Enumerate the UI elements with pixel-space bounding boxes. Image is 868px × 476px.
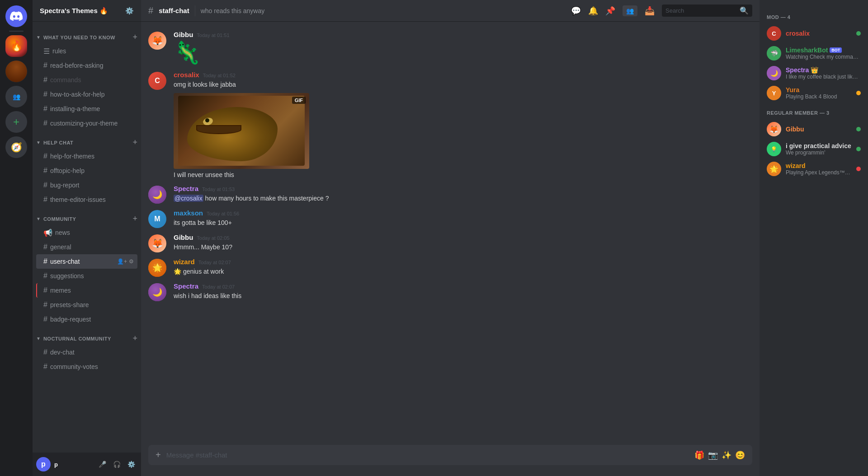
pin-icon[interactable]: 📌	[605, 6, 615, 16]
notifications-icon[interactable]: 🔔	[588, 6, 598, 16]
spectra-themes-server[interactable]: 🔥	[5, 35, 27, 57]
sticker-button[interactable]: ✨	[722, 450, 731, 460]
category-add-button[interactable]: +	[132, 33, 137, 42]
member-name: wizard	[786, 162, 852, 169]
threads-icon[interactable]: 💬	[571, 6, 581, 16]
gift-button[interactable]: 🎁	[694, 450, 704, 460]
message-username[interactable]: Spectra	[174, 185, 198, 192]
crown-icon: 👑	[811, 66, 818, 74]
channel-offtopic-help[interactable]: # offtopic-help	[36, 163, 137, 178]
channel-hash-icon: #	[43, 348, 47, 356]
category-label: NOCTURNAL COMMUNITY	[43, 336, 131, 341]
user-info: p	[54, 461, 92, 468]
channel-customizing-theme-label: customizing-your-theme	[50, 120, 118, 127]
channel-add-member-icon[interactable]: 👤+	[117, 258, 127, 265]
member-wizard[interactable]: 🌟 wizard Playing Apex Legends™ 🔴	[763, 159, 864, 179]
member-gibbu[interactable]: 🦊 Gibbu	[763, 119, 864, 139]
channel-read-before-asking[interactable]: # read-before-asking	[36, 58, 137, 73]
member-spectra[interactable]: 🌙 Spectra👑 I like my coffee black just l…	[763, 63, 864, 83]
bot-badge: BOT	[830, 47, 842, 53]
attachment-button[interactable]: +	[156, 450, 161, 460]
channel-theme-editor[interactable]: # theme-editor-issues	[36, 192, 137, 207]
member-crosalix[interactable]: C crosalix	[763, 23, 864, 43]
discord-home-button[interactable]	[5, 5, 27, 27]
channel-news-label: news	[55, 229, 70, 236]
channel-dev-chat[interactable]: # dev-chat	[36, 345, 137, 359]
server-icon-3[interactable]: 👥	[5, 86, 27, 107]
channel-presets-share[interactable]: # presets-share	[36, 298, 137, 312]
channel-rules-label: rules	[52, 47, 66, 55]
mod-category-label: MOD — 4	[763, 7, 864, 23]
category-add-button[interactable]: +	[132, 138, 137, 147]
message-username[interactable]: maxkson	[174, 209, 203, 217]
category-add-button[interactable]: +	[132, 214, 137, 224]
deafen-button[interactable]: 🎧	[110, 458, 123, 471]
message-username[interactable]: Spectra	[174, 282, 198, 290]
messages-area[interactable]: 🦊 Gibbu Today at 01:51 🦎 C crosalix Toda…	[141, 22, 760, 445]
channel-commands[interactable]: # commands	[36, 73, 137, 87]
message-input-area: + 🎁 📷 ✨ 😊	[141, 445, 760, 476]
channel-news[interactable]: 📢 news	[36, 225, 137, 240]
member-practical[interactable]: 💡 i give practical advice We programmin'	[763, 139, 864, 159]
category-help-chat[interactable]: ▼ HELP CHAT +	[33, 131, 141, 149]
message-timestamp: Today at 01:53	[202, 187, 235, 192]
settings-button[interactable]: ⚙️	[125, 458, 137, 471]
message-username[interactable]: Gibbu	[174, 233, 193, 241]
message-avatar: 🌙	[148, 283, 166, 301]
message-username[interactable]: crosalix	[174, 71, 199, 79]
category-nocturnal[interactable]: ▼ NOCTURNAL COMMUNITY +	[33, 327, 141, 345]
add-server-button[interactable]: +	[5, 111, 27, 133]
message-header: Spectra Today at 01:53	[174, 185, 752, 192]
message-username[interactable]: Gibbu	[174, 31, 193, 38]
channel-general[interactable]: # general	[36, 240, 137, 254]
inbox-icon[interactable]: 📥	[645, 6, 655, 16]
channel-community-votes-label: community-votes	[50, 363, 98, 370]
channel-bug-report[interactable]: # bug-report	[36, 178, 137, 192]
channel-how-to-ask[interactable]: # how-to-ask-for-help	[36, 87, 137, 102]
channel-theme-editor-label: theme-editor-issues	[50, 196, 106, 203]
channel-hash-icon: #	[43, 76, 47, 84]
emoji-button[interactable]: 😊	[735, 450, 745, 460]
message-avatar: 🌙	[148, 186, 166, 204]
message-input[interactable]	[166, 451, 689, 459]
channel-help-for-themes[interactable]: # help-for-themes	[36, 149, 137, 163]
mute-button[interactable]: 🎤	[96, 458, 108, 471]
member-info: wizard Playing Apex Legends™ 🔴	[786, 162, 852, 176]
header-settings-icon[interactable]: ⚙️	[125, 7, 134, 15]
message-content: wizard Today at 02:07 🌟 genius at work	[174, 258, 752, 277]
gif-button[interactable]: 📷	[708, 450, 718, 460]
mention-highlight[interactable]: @crosalix	[174, 195, 203, 202]
channel-hash-icon: #	[43, 301, 47, 309]
discover-servers-button[interactable]: 🧭	[5, 136, 27, 158]
category-community[interactable]: ▼ COMMUNITY +	[33, 207, 141, 225]
channel-badge-request[interactable]: # badge-request	[36, 312, 137, 327]
category-what-you-need-to-know[interactable]: ▼ WHAT YOU NEED TO KNOW +	[33, 25, 141, 44]
member-limebot[interactable]: 🦈 LimesharkBotBOT Watching Check my comm…	[763, 43, 864, 63]
channel-memes[interactable]: # memes	[36, 283, 137, 298]
message-header: maxkson Today at 01:56	[174, 209, 752, 217]
channel-installing-theme[interactable]: # installing-a-theme	[36, 102, 137, 116]
message-avatar: 🦊	[148, 234, 166, 252]
channel-suggestions[interactable]: # suggestions	[36, 269, 137, 283]
search-bar[interactable]: 🔍	[662, 5, 752, 17]
category-add-button[interactable]: +	[132, 334, 137, 343]
message-username[interactable]: wizard	[174, 258, 195, 266]
channel-customizing-theme[interactable]: # customizing-your-theme	[36, 116, 137, 131]
channel-community-votes[interactable]: # community-votes	[36, 359, 137, 374]
member-yura[interactable]: Y Yura Playing Back 4 Blood	[763, 83, 864, 103]
member-avatar: C	[767, 26, 781, 41]
server-name-header[interactable]: Spectra's Themes 🔥 ⚙️	[33, 0, 141, 22]
channel-hash-icon: #	[43, 196, 47, 204]
channel-rules[interactable]: ☰ rules	[36, 44, 137, 58]
channel-hash-icon: #	[43, 105, 47, 113]
members-icon[interactable]: 👥	[623, 5, 637, 16]
channel-users-chat[interactable]: # users-chat 👤+ ⚙	[36, 254, 137, 269]
channel-settings-icon[interactable]: ⚙	[129, 258, 134, 265]
server-icon-2[interactable]	[5, 61, 27, 82]
member-status: I like my coffee black just like my...	[786, 74, 861, 80]
gif-caption: I will never unsee this	[174, 171, 752, 180]
search-input[interactable]	[665, 7, 736, 14]
channel-announce-icon: 📢	[43, 229, 52, 237]
member-name: crosalix	[786, 30, 852, 37]
category-arrow: ▼	[36, 35, 41, 40]
